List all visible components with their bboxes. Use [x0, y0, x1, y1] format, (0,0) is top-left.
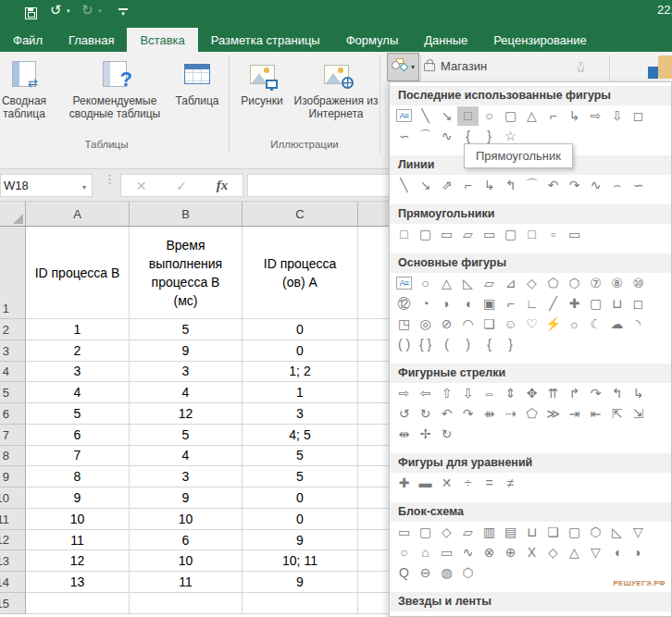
cell[interactable]: 4: [130, 446, 243, 467]
name-box[interactable]: W18 ▾: [0, 174, 93, 197]
shape-icon[interactable]: ↳: [628, 384, 649, 403]
shape-icon[interactable]: ▽: [628, 523, 649, 542]
cell[interactable]: 4: [26, 382, 130, 403]
name-box-caret[interactable]: ▾: [82, 183, 86, 191]
shape-icon[interactable]: ✩: [479, 612, 500, 617]
shape-icon[interactable]: ⇩: [457, 384, 479, 403]
shape-icon[interactable]: ✕: [436, 474, 457, 493]
shape-icon[interactable]: ◳: [393, 315, 415, 334]
shape-icon[interactable]: ⌐: [542, 106, 564, 126]
row-header-2[interactable]: 2: [0, 319, 26, 340]
shape-icon[interactable]: ▢: [415, 225, 436, 244]
row-header-5[interactable]: 5: [0, 382, 26, 403]
shape-icon[interactable]: ✭: [564, 612, 585, 617]
shape-icon[interactable]: □: [393, 225, 415, 244]
row-header-7[interactable]: 7: [0, 425, 26, 446]
online-pictures-button[interactable]: Изображения из Интернета: [292, 54, 380, 135]
tab-4[interactable]: Формулы: [333, 28, 412, 52]
shape-icon[interactable]: ✫: [521, 612, 542, 617]
shape-icon[interactable]: ↷: [457, 404, 479, 424]
shape-icon[interactable]: ✮: [585, 612, 606, 617]
row-header-12[interactable]: 12: [0, 530, 26, 551]
shape-icon[interactable]: ↘: [415, 176, 436, 195]
shape-icon[interactable]: ⇦: [415, 384, 436, 403]
shape-icon[interactable]: ⇱: [606, 404, 628, 424]
cell[interactable]: 3: [130, 466, 243, 487]
cell[interactable]: 1: [243, 382, 358, 403]
cell[interactable]: 7: [26, 446, 130, 467]
shape-icon[interactable]: ☼: [564, 315, 585, 334]
cell[interactable]: 5: [130, 425, 243, 446]
row-header-3[interactable]: 3: [0, 340, 26, 362]
shape-icon[interactable]: ◎: [415, 315, 436, 334]
shape-icon[interactable]: ◝: [628, 315, 649, 334]
shape-icon[interactable]: ◔: [415, 294, 436, 314]
shape-icon[interactable]: ▱: [479, 274, 500, 293]
shape-icon[interactable]: ⑧: [606, 274, 628, 293]
shape-icon[interactable]: ⌒: [521, 176, 542, 195]
shape-icon[interactable]: ○: [479, 106, 500, 126]
shape-icon[interactable]: (: [436, 335, 457, 354]
shape-icon[interactable]: △: [564, 543, 585, 562]
select-all-corner[interactable]: [0, 202, 26, 226]
shape-icon[interactable]: ⬡: [457, 563, 479, 583]
shape-icon[interactable]: ▭: [436, 225, 457, 244]
shape-icon[interactable]: ◇: [521, 274, 542, 293]
shape-icon[interactable]: ○: [393, 543, 415, 562]
shape-icon[interactable]: ○: [415, 274, 436, 293]
shape-icon[interactable]: ⊔: [606, 294, 628, 314]
shape-icon[interactable]: ∽: [393, 127, 415, 146]
row-header-10[interactable]: 10: [0, 487, 26, 509]
shape-icon[interactable]: ☆: [457, 612, 479, 617]
shape-icon[interactable]: ≫: [542, 404, 564, 424]
shape-icon[interactable]: ⑦: [585, 274, 606, 293]
shape-icon[interactable]: ✬: [542, 612, 564, 617]
pictures-button[interactable]: Рисунки: [231, 54, 292, 135]
shape-icon[interactable]: { }: [415, 335, 436, 354]
shape-icon[interactable]: ÷: [457, 474, 479, 493]
recommended-charts-icon[interactable]: [648, 56, 672, 80]
cell[interactable]: 6: [26, 425, 130, 446]
shape-icon[interactable]: ⇹: [393, 425, 415, 444]
cell[interactable]: 10: [130, 550, 243, 572]
shape-icon[interactable]: ⇥: [564, 404, 585, 424]
shape-icon[interactable]: ⇤: [585, 404, 606, 424]
shape-icon[interactable]: ⊔: [521, 523, 542, 542]
tab-0[interactable]: Файл: [0, 28, 56, 52]
shape-icon[interactable]: ▭: [564, 225, 585, 244]
shape-icon[interactable]: }: [500, 335, 521, 354]
shape-icon[interactable]: ☁: [606, 315, 628, 334]
cell[interactable]: 8: [26, 466, 130, 487]
shape-icon[interactable]: ▭: [436, 543, 457, 562]
shape-icon[interactable]: ⬠: [542, 274, 564, 293]
tab-2[interactable]: Вставка: [127, 28, 197, 52]
save-icon[interactable]: [25, 7, 37, 19]
shape-icon[interactable]: ▽: [585, 543, 606, 562]
shape-icon[interactable]: ▢: [500, 225, 521, 244]
cell[interactable]: 5: [243, 446, 358, 467]
shape-icon[interactable]: ∟: [521, 294, 542, 314]
cell[interactable]: 9: [243, 572, 358, 593]
cell[interactable]: 5: [243, 466, 358, 487]
shape-icon[interactable]: ⌐: [457, 176, 479, 195]
shape-icon[interactable]: ⌂: [415, 543, 436, 562]
cell[interactable]: 3: [26, 362, 130, 383]
shape-icon[interactable]: ⬠: [521, 404, 542, 424]
shape-icon[interactable]: ♡: [521, 315, 542, 334]
row-header-14[interactable]: 14: [0, 572, 26, 593]
shape-icon[interactable]: ╱: [542, 294, 564, 314]
shape-icon[interactable]: ⌒: [415, 127, 436, 146]
shape-icon[interactable]: ✢: [415, 425, 436, 444]
shape-icon[interactable]: ↰: [500, 176, 521, 195]
shape-icon[interactable]: ↳: [479, 176, 500, 195]
shape-icon[interactable]: ↻: [415, 404, 436, 424]
shape-icon[interactable]: ╲: [393, 176, 415, 195]
shape-icon[interactable]: ⇩: [606, 106, 628, 126]
shape-icon[interactable]: ✥: [521, 384, 542, 403]
row-header-9[interactable]: 9: [0, 466, 26, 487]
shape-icon[interactable]: {: [479, 335, 500, 354]
shape-icon[interactable]: ☾: [585, 315, 606, 334]
shape-icon[interactable]: ◗: [436, 294, 457, 314]
tab-3[interactable]: Разметка страницы: [198, 28, 333, 52]
cell[interactable]: 0: [243, 340, 358, 362]
